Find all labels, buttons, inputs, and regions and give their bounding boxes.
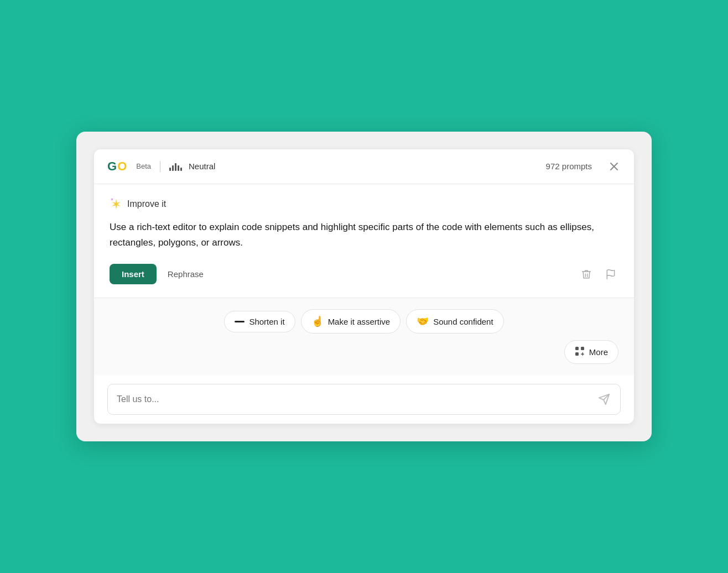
tell-us-wrapper xyxy=(107,384,621,415)
prompts-count: 972 prompts xyxy=(546,162,592,171)
chips-row-1: Shorten it ☝️ Make it assertive 🤝 Sound … xyxy=(110,309,618,334)
assertive-label: Make it assertive xyxy=(328,317,391,326)
improve-label-row: Improve it xyxy=(110,197,618,211)
rephrase-button[interactable]: Rephrase xyxy=(165,264,206,284)
bar1 xyxy=(169,168,171,171)
trash-button[interactable] xyxy=(579,267,594,282)
close-icon xyxy=(610,162,618,171)
confident-label: Sound confident xyxy=(433,317,493,326)
bar4 xyxy=(178,165,179,171)
logo: GO xyxy=(107,159,126,174)
more-label: More xyxy=(589,347,608,357)
chips-area: Shorten it ☝️ Make it assertive 🤝 Sound … xyxy=(94,298,634,375)
send-button[interactable] xyxy=(597,392,611,407)
logo-g: G xyxy=(107,159,116,174)
svg-rect-4 xyxy=(581,347,584,350)
chips-row-2: More xyxy=(110,340,618,364)
trash-icon xyxy=(581,269,592,280)
beta-badge: Beta xyxy=(136,162,151,170)
icon-buttons xyxy=(579,267,618,282)
assertive-emoji: ☝️ xyxy=(311,315,324,327)
divider xyxy=(160,161,160,172)
assertive-chip[interactable]: ☝️ Make it assertive xyxy=(301,309,401,334)
tone-icon xyxy=(169,162,182,171)
svg-rect-3 xyxy=(575,347,579,350)
outer-card: GO Beta Neutral 972 prompts xyxy=(76,132,652,441)
sparkle-icon xyxy=(110,197,123,211)
send-icon xyxy=(598,393,610,405)
header: GO Beta Neutral 972 prompts xyxy=(94,149,634,184)
dash-icon xyxy=(235,321,245,322)
more-button[interactable]: More xyxy=(564,340,618,364)
sparkle-svg xyxy=(110,197,123,211)
flag-button[interactable] xyxy=(603,267,618,282)
confident-chip[interactable]: 🤝 Sound confident xyxy=(406,309,503,334)
insert-button[interactable]: Insert xyxy=(110,264,157,284)
shorten-chip[interactable]: Shorten it xyxy=(224,311,295,332)
svg-rect-5 xyxy=(575,352,579,356)
input-area xyxy=(94,375,634,424)
inner-card: GO Beta Neutral 972 prompts xyxy=(94,149,634,424)
confident-emoji: 🤝 xyxy=(417,315,429,327)
flag-icon xyxy=(605,269,616,280)
logo-o: O xyxy=(117,159,126,174)
action-row: Insert Rephrase xyxy=(110,264,618,284)
grid-svg xyxy=(575,346,585,356)
bar5 xyxy=(180,168,182,171)
main-text: Use a rich-text editor to explain code s… xyxy=(110,220,618,251)
svg-rect-7 xyxy=(581,354,584,355)
tone-label: Neutral xyxy=(189,162,215,171)
bar3 xyxy=(175,163,176,171)
tell-us-input[interactable] xyxy=(117,394,597,404)
shorten-label: Shorten it xyxy=(249,317,284,326)
improve-text: Improve it xyxy=(127,199,166,209)
tone-bars xyxy=(169,162,182,171)
bar2 xyxy=(172,165,174,171)
grid-icon xyxy=(575,346,585,358)
close-button[interactable] xyxy=(607,160,621,173)
content-area: Improve it Use a rich-text editor to exp… xyxy=(94,184,634,298)
